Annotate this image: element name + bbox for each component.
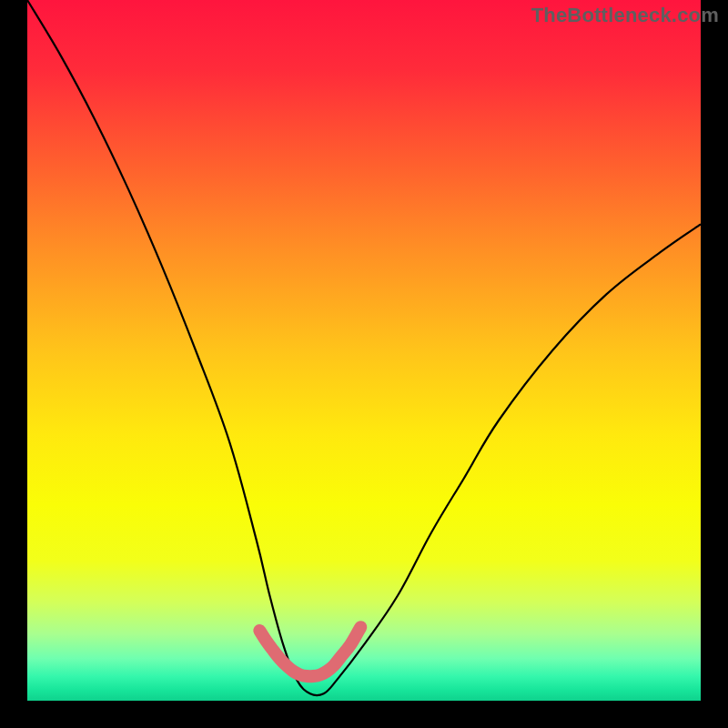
plot-background [27,0,701,701]
chart-stage: TheBottleneck.com [0,0,728,728]
watermark-text: TheBottleneck.com [531,4,719,27]
chart-svg [0,0,728,728]
